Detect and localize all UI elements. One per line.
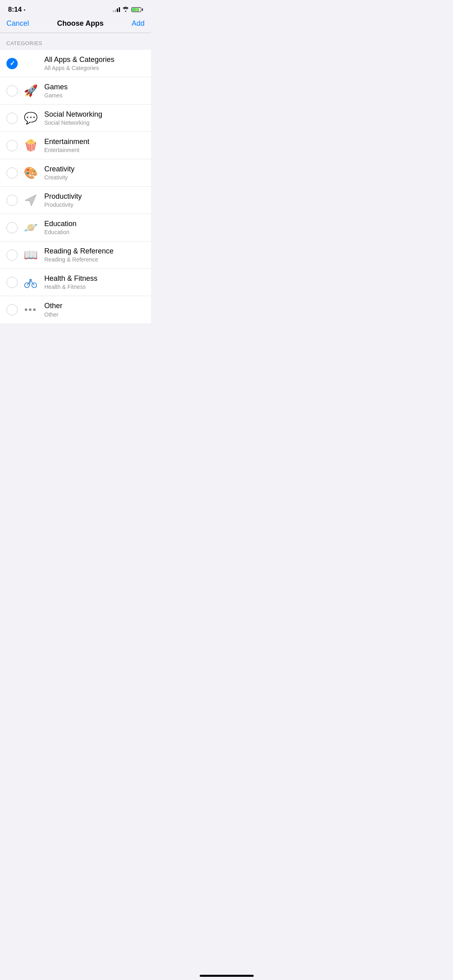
list-item-games[interactable]: 🚀GamesGames bbox=[0, 77, 151, 105]
list-item-productivity[interactable]: ProductivityProductivity bbox=[0, 187, 151, 214]
subtitle-other: Other bbox=[44, 311, 145, 318]
page-title: Choose Apps bbox=[57, 19, 103, 28]
icon-health-fitness bbox=[23, 274, 39, 290]
location-icon: ‣ bbox=[23, 8, 26, 12]
title-other: Other bbox=[44, 302, 145, 311]
svg-marker-0 bbox=[25, 195, 36, 206]
text-other: OtherOther bbox=[44, 302, 145, 318]
radio-games bbox=[6, 85, 18, 97]
svg-point-7 bbox=[30, 279, 31, 280]
list-item-reading-reference[interactable]: 📖Reading & ReferenceReading & Reference bbox=[0, 241, 151, 269]
status-time: 8:14 bbox=[8, 6, 22, 13]
wifi-icon bbox=[122, 7, 129, 13]
status-time-area: 8:14 ‣ bbox=[8, 6, 26, 14]
title-entertainment: Entertainment bbox=[44, 138, 145, 146]
icon-games: 🚀 bbox=[23, 83, 39, 99]
list-item-creativity[interactable]: 🎨CreativityCreativity bbox=[0, 159, 151, 187]
list-item-entertainment[interactable]: 🍿EntertainmentEntertainment bbox=[0, 132, 151, 159]
text-games: GamesGames bbox=[44, 83, 145, 99]
subtitle-games: Games bbox=[44, 92, 145, 99]
section-label: CATEGORIES bbox=[6, 40, 42, 46]
categories-list: All Apps & CategoriesAll Apps & Categori… bbox=[0, 50, 151, 323]
text-creativity: CreativityCreativity bbox=[44, 165, 145, 181]
title-social-networking: Social Networking bbox=[44, 110, 145, 119]
list-item-health-fitness[interactable]: Health & FitnessHealth & Fitness bbox=[0, 269, 151, 296]
radio-health-fitness bbox=[6, 277, 18, 288]
signal-icon bbox=[113, 7, 120, 12]
subtitle-productivity: Productivity bbox=[44, 202, 145, 208]
subtitle-education: Education bbox=[44, 229, 145, 235]
subtitle-social-networking: Social Networking bbox=[44, 119, 145, 126]
radio-education bbox=[6, 222, 18, 233]
subtitle-all-apps: All Apps & Categories bbox=[44, 65, 145, 71]
subtitle-creativity: Creativity bbox=[44, 174, 145, 181]
text-social-networking: Social NetworkingSocial Networking bbox=[44, 110, 145, 126]
title-creativity: Creativity bbox=[44, 165, 145, 174]
radio-productivity bbox=[6, 195, 18, 206]
title-education: Education bbox=[44, 220, 145, 229]
list-item-all-apps[interactable]: All Apps & CategoriesAll Apps & Categori… bbox=[0, 50, 151, 77]
title-health-fitness: Health & Fitness bbox=[44, 274, 145, 283]
list-item-social-networking[interactable]: 💬Social NetworkingSocial Networking bbox=[0, 105, 151, 132]
icon-other: ••• bbox=[23, 302, 39, 318]
text-productivity: ProductivityProductivity bbox=[44, 192, 145, 208]
text-health-fitness: Health & FitnessHealth & Fitness bbox=[44, 274, 145, 290]
radio-social-networking bbox=[6, 113, 18, 124]
text-education: EducationEducation bbox=[44, 220, 145, 236]
title-all-apps: All Apps & Categories bbox=[44, 56, 145, 64]
icon-education: 🪐 bbox=[23, 220, 39, 236]
add-button[interactable]: Add bbox=[132, 19, 145, 28]
status-icons: ⚡ bbox=[113, 7, 143, 13]
text-reading-reference: Reading & ReferenceReading & Reference bbox=[44, 247, 145, 263]
title-productivity: Productivity bbox=[44, 192, 145, 201]
subtitle-reading-reference: Reading & Reference bbox=[44, 256, 145, 263]
icon-reading-reference: 📖 bbox=[23, 247, 39, 263]
title-reading-reference: Reading & Reference bbox=[44, 247, 145, 256]
text-all-apps: All Apps & CategoriesAll Apps & Categori… bbox=[44, 56, 145, 72]
title-games: Games bbox=[44, 83, 145, 92]
list-item-education[interactable]: 🪐EducationEducation bbox=[0, 214, 151, 241]
list-item-other[interactable]: •••OtherOther bbox=[0, 296, 151, 323]
categories-section-header: CATEGORIES bbox=[0, 33, 151, 50]
icon-productivity bbox=[23, 192, 39, 208]
subtitle-entertainment: Entertainment bbox=[44, 147, 145, 153]
radio-all-apps bbox=[6, 58, 18, 69]
battery-icon: ⚡ bbox=[131, 7, 143, 12]
radio-entertainment bbox=[6, 140, 18, 151]
radio-other bbox=[6, 304, 18, 315]
cancel-button[interactable]: Cancel bbox=[6, 19, 29, 28]
radio-reading-reference bbox=[6, 249, 18, 261]
status-bar: 8:14 ‣ ⚡ bbox=[0, 0, 151, 16]
subtitle-health-fitness: Health & Fitness bbox=[44, 284, 145, 290]
icon-social-networking: 💬 bbox=[23, 110, 39, 126]
icon-entertainment: 🍿 bbox=[23, 138, 39, 154]
nav-bar: Cancel Choose Apps Add bbox=[0, 16, 151, 33]
icon-all-apps bbox=[23, 56, 39, 72]
text-entertainment: EntertainmentEntertainment bbox=[44, 138, 145, 154]
icon-creativity: 🎨 bbox=[23, 165, 39, 181]
radio-creativity bbox=[6, 167, 18, 179]
